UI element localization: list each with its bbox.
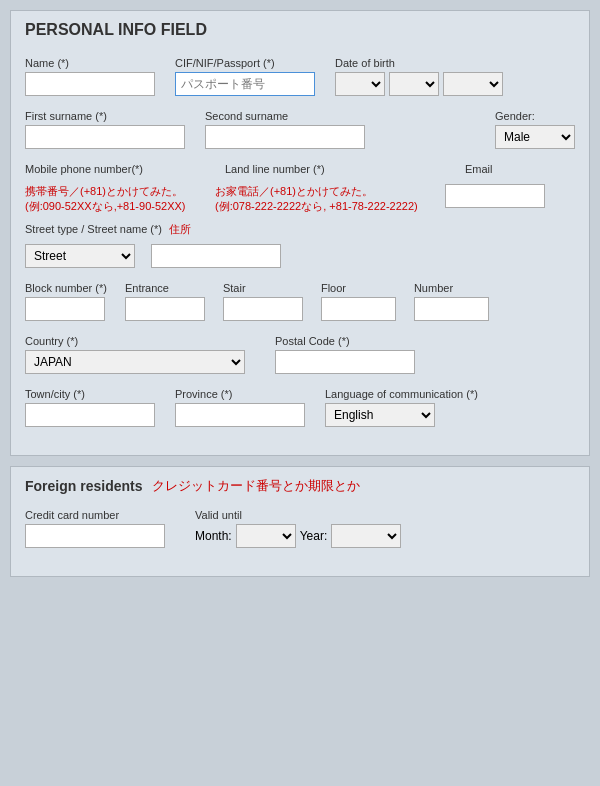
street-type-select[interactable]: Street Avenue Road Boulevard (25, 244, 135, 268)
personal-info-section: PERSONAL INFO FIELD Name (*) CIF/NIF/Pas… (10, 10, 590, 456)
street-type-label: Street type / Street name (*) 住所 (25, 222, 191, 237)
country-select[interactable]: JAPAN USA UK Other (25, 350, 245, 374)
landline-hint2: (例:078-222-2222なら, +81-78-222-2222) (215, 199, 435, 214)
floor-group: Floor (321, 282, 396, 321)
block-number-group: Block number (*) (25, 282, 107, 321)
language-group: Language of communication (*) English Ja… (325, 388, 478, 427)
foreign-residents-section: Foreign residents クレジットカード番号とか期限とか Credi… (10, 466, 590, 577)
credit-card-label: Credit card number (25, 509, 165, 521)
dob-day-select[interactable] (389, 72, 439, 96)
name-group: Name (*) (25, 57, 155, 96)
cif-group: CIF/NIF/Passport (*) (175, 57, 315, 96)
cif-label: CIF/NIF/Passport (*) (175, 57, 315, 69)
address-label: 住所 (169, 223, 191, 235)
number-input[interactable] (414, 297, 489, 321)
province-input[interactable] (175, 403, 305, 427)
row-name-cif-dob: Name (*) CIF/NIF/Passport (*) Date of bi… (25, 57, 575, 100)
gender-group: Gender: Male Female (495, 110, 575, 149)
valid-month-select[interactable]: 010203 040506 070809 101112 (236, 524, 296, 548)
postal-code-group: Postal Code (*) (275, 335, 415, 374)
gender-select[interactable]: Male Female (495, 125, 575, 149)
entrance-label: Entrance (125, 282, 205, 294)
credit-card-group: Credit card number (25, 509, 165, 548)
number-group: Number (414, 282, 489, 321)
mobile-phone-group: Mobile phone number(*) (25, 163, 205, 178)
name-input[interactable] (25, 72, 155, 96)
name-label: Name (*) (25, 57, 155, 69)
country-group: Country (*) JAPAN USA UK Other (25, 335, 245, 374)
town-city-group: Town/city (*) (25, 388, 155, 427)
mobile-phone-label: Mobile phone number(*) (25, 163, 205, 175)
cif-input[interactable] (175, 72, 315, 96)
valid-until-label: Valid until (195, 509, 401, 521)
town-city-label: Town/city (*) (25, 388, 155, 400)
main-container: PERSONAL INFO FIELD Name (*) CIF/NIF/Pas… (0, 0, 600, 597)
email-label: Email (465, 163, 493, 175)
second-surname-group: Second surname (205, 110, 365, 149)
province-group: Province (*) (175, 388, 305, 427)
stair-input[interactable] (223, 297, 303, 321)
dob-month-select[interactable] (335, 72, 385, 96)
email-label-group: Email (465, 163, 493, 178)
month-label-text: Month: (195, 529, 232, 543)
row-credit-valid: Credit card number Valid until Month: 01… (25, 509, 575, 552)
email-input[interactable] (445, 184, 545, 208)
mobile-hint-container: 携帯番号／(+81)とかけてみた。 (例:090-52XXなら,+81-90-5… (25, 184, 205, 214)
gender-label: Gender: (495, 110, 575, 122)
postal-code-input[interactable] (275, 350, 415, 374)
row-street-label: Street type / Street name (*) 住所 (25, 222, 575, 240)
row-street-inputs: Street Avenue Road Boulevard (25, 244, 575, 272)
mobile-hint2: (例:090-52XXなら,+81-90-52XX) (25, 199, 205, 214)
dob-group: Date of birth (335, 57, 503, 96)
landline-hint1: お家電話／(+81)とかけてみた。 (215, 184, 435, 199)
foreign-header: Foreign residents クレジットカード番号とか期限とか (25, 477, 575, 495)
land-line-group: Land line number (*) (225, 163, 445, 178)
block-number-input[interactable] (25, 297, 105, 321)
country-label: Country (*) (25, 335, 245, 347)
language-label: Language of communication (*) (325, 388, 478, 400)
row-town-province-language: Town/city (*) Province (*) Language of c… (25, 388, 575, 431)
dob-selects (335, 72, 503, 96)
stair-group: Stair (223, 282, 303, 321)
land-line-label: Land line number (*) (225, 163, 445, 175)
street-type-group: Street Avenue Road Boulevard (25, 244, 135, 268)
row-surnames-gender: First surname (*) Second surname Gender:… (25, 110, 575, 153)
entrance-input[interactable] (125, 297, 205, 321)
postal-code-label: Postal Code (*) (275, 335, 415, 347)
dob-year-select[interactable] (443, 72, 503, 96)
number-label: Number (414, 282, 489, 294)
floor-input[interactable] (321, 297, 396, 321)
street-name-input[interactable] (151, 244, 281, 268)
valid-until-group: Valid until Month: 010203 040506 070809 … (195, 509, 401, 548)
dob-label: Date of birth (335, 57, 503, 69)
street-name-group (151, 244, 281, 268)
valid-year-select[interactable]: 202420252026 202720282029 2030 (331, 524, 401, 548)
landline-hint-container: お家電話／(+81)とかけてみた。 (例:078-222-2222なら, +81… (215, 184, 435, 214)
foreign-note: クレジットカード番号とか期限とか (152, 477, 360, 495)
second-surname-input[interactable] (205, 125, 365, 149)
mobile-hint1: 携帯番号／(+81)とかけてみた。 (25, 184, 205, 199)
personal-info-title: PERSONAL INFO FIELD (25, 21, 575, 43)
block-number-label: Block number (*) (25, 282, 107, 294)
province-label: Province (*) (175, 388, 305, 400)
year-label-text: Year: (300, 529, 328, 543)
first-surname-group: First surname (*) (25, 110, 185, 149)
valid-until-row: Month: 010203 040506 070809 101112 Year:… (195, 524, 401, 548)
language-select[interactable]: English Japanese Spanish French (325, 403, 435, 427)
first-surname-input[interactable] (25, 125, 185, 149)
row-phone-email-labels: Mobile phone number(*) Land line number … (25, 163, 575, 182)
foreign-residents-title: Foreign residents (25, 478, 142, 494)
floor-label: Floor (321, 282, 396, 294)
row-block-entrance-stair-floor-number: Block number (*) Entrance Stair Floor Nu… (25, 282, 575, 325)
credit-card-input[interactable] (25, 524, 165, 548)
entrance-group: Entrance (125, 282, 205, 321)
email-input-container (445, 184, 545, 208)
stair-label: Stair (223, 282, 303, 294)
town-city-input[interactable] (25, 403, 155, 427)
second-surname-label: Second surname (205, 110, 365, 122)
first-surname-label: First surname (*) (25, 110, 185, 122)
row-country-postal: Country (*) JAPAN USA UK Other Postal Co… (25, 335, 575, 378)
row-phone-hints-email: 携帯番号／(+81)とかけてみた。 (例:090-52XXなら,+81-90-5… (25, 184, 575, 214)
